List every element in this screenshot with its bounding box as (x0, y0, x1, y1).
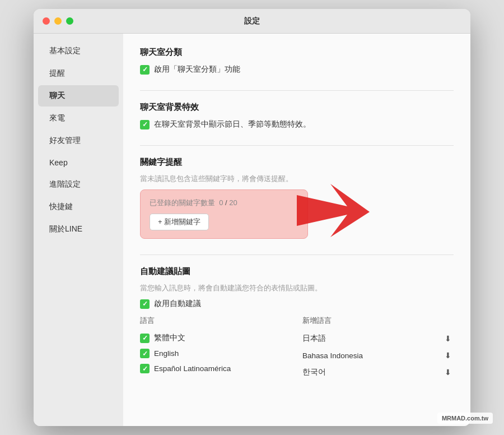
close-button[interactable] (43, 17, 50, 25)
lang-checkbox-es[interactable] (140, 364, 150, 373)
lang-label-zhTW: 繁體中文 (154, 333, 185, 343)
download-icon-ja[interactable]: ⬇ (442, 333, 454, 344)
chat-bg-checkbox[interactable] (140, 120, 150, 129)
add-lang-label-ko: 한국어 (302, 367, 326, 377)
keyword-desc: 當未讀訊息包含這些關鍵字時，將會傳送提醒。 (140, 174, 454, 184)
maximize-button[interactable] (66, 17, 73, 25)
add-languages-col: 新增語言 日本語 ⬇ Bahasa Indonesia ⬇ 한국어 ⬇ (302, 316, 454, 381)
lang-col-title: 語言 (140, 316, 291, 326)
lang-label-es: Español Latinoamérica (154, 364, 231, 373)
traffic-lights (43, 17, 73, 25)
add-lang-label-ja: 日本語 (302, 334, 326, 344)
keyword-box: 已登錄的關鍵字數量 0 / 20 + 新增關鍵字 (140, 189, 308, 239)
sidebar-item-advanced[interactable]: 進階設定 (38, 174, 119, 195)
chat-bg-section: 聊天室背景特效 在聊天室背景中顯示節日、季節等動態特效。 (140, 102, 454, 129)
lang-label-en: English (154, 349, 179, 358)
chat-bg-row[interactable]: 在聊天室背景中顯示節日、季節等動態特效。 (140, 119, 454, 129)
keyword-count-value: 0 (219, 198, 223, 207)
titlebar: 設定 (34, 9, 470, 34)
divider-2 (140, 145, 454, 146)
chat-category-checkbox[interactable] (140, 65, 150, 75)
sidebar-item-basic[interactable]: 基本設定 (38, 40, 119, 62)
sidebar-item-keep[interactable]: Keep (38, 152, 119, 173)
keyword-max: 20 (229, 198, 237, 207)
sidebar-item-shortcuts[interactable]: 快捷鍵 (38, 196, 119, 218)
sticker-enable-checkbox[interactable] (140, 299, 150, 309)
lang-item-en[interactable]: English (140, 346, 291, 361)
lang-checkbox-zhTW[interactable] (140, 334, 150, 343)
minimize-button[interactable] (54, 17, 62, 25)
enabled-languages-col: 語言 繁體中文 English Español Latinoamérica (140, 316, 291, 381)
keyword-section: 關鍵字提醒 當未讀訊息包含這些關鍵字時，將會傳送提醒。 已登錄的關鍵字數量 0 … (140, 157, 454, 239)
sidebar-item-chat[interactable]: 聊天 (38, 85, 119, 107)
keyword-title: 關鍵字提醒 (140, 157, 454, 168)
keyword-count: 已登錄的關鍵字數量 0 / 20 (150, 198, 298, 208)
lang-item-zhTW[interactable]: 繁體中文 (140, 330, 291, 346)
sidebar-item-call[interactable]: 來電 (38, 108, 119, 129)
keyword-wrapper: 已登錄的關鍵字數量 0 / 20 + 新增關鍵字 (140, 189, 308, 239)
divider-1 (140, 90, 454, 91)
chat-category-title: 聊天室分類 (140, 47, 454, 58)
chat-bg-title: 聊天室背景特效 (140, 102, 454, 113)
settings-window: 設定 基本設定 提醒 聊天 來電 好友管理 Keep 進階設定 快捷鍵 關於LI… (34, 9, 470, 426)
add-lang-ja[interactable]: 日本語 ⬇ (302, 330, 454, 347)
divider-3 (140, 254, 454, 255)
lang-item-es[interactable]: Español Latinoamérica (140, 361, 291, 376)
main-content: 聊天室分類 啟用「聊天室分類」功能 聊天室背景特效 在聊天室背景中顯示節日、季節… (123, 34, 470, 426)
sticker-enable-row[interactable]: 啟用自動建議 (140, 299, 454, 309)
add-lang-id[interactable]: Bahasa Indonesia ⬇ (302, 347, 454, 364)
add-keyword-button[interactable]: + 新增關鍵字 (150, 214, 209, 230)
lang-checkbox-en[interactable] (140, 349, 150, 358)
chat-category-label: 啟用「聊天室分類」功能 (154, 64, 240, 75)
sticker-title: 自動建議貼圖 (140, 266, 454, 277)
chat-category-section: 聊天室分類 啟用「聊天室分類」功能 (140, 47, 454, 75)
add-lang-label-id: Bahasa Indonesia (302, 351, 363, 360)
sticker-section: 自動建議貼圖 當您輸入訊息時，將會自動建議您符合的表情貼或貼圖。 啟用自動建議 … (140, 266, 454, 381)
sticker-desc: 當您輸入訊息時，將會自動建議您符合的表情貼或貼圖。 (140, 284, 454, 293)
chat-category-row[interactable]: 啟用「聊天室分類」功能 (140, 64, 454, 75)
content-area: 基本設定 提醒 聊天 來電 好友管理 Keep 進階設定 快捷鍵 關於LINE … (34, 34, 470, 426)
sticker-enable-label: 啟用自動建議 (154, 299, 201, 309)
add-lang-col-title: 新增語言 (302, 316, 454, 326)
sidebar: 基本設定 提醒 聊天 來電 好友管理 Keep 進階設定 快捷鍵 關於LINE (34, 34, 123, 426)
window-title: 設定 (244, 16, 260, 26)
red-arrow-annotation (297, 184, 381, 240)
add-lang-ko[interactable]: 한국어 ⬇ (302, 364, 454, 381)
sidebar-item-friends[interactable]: 好友管理 (38, 130, 119, 151)
sidebar-item-about[interactable]: 關於LINE (38, 219, 119, 240)
keyword-count-label: 已登錄的關鍵字數量 (150, 198, 215, 207)
download-icon-ko[interactable]: ⬇ (442, 367, 454, 378)
language-section: 語言 繁體中文 English Español Latinoamérica (140, 316, 454, 381)
sidebar-item-reminder[interactable]: 提醒 (38, 63, 119, 84)
download-icon-id[interactable]: ⬇ (442, 350, 454, 361)
watermark: MRMAD.com.tw (437, 413, 470, 424)
chat-bg-label: 在聊天室背景中顯示節日、季節等動態特效。 (154, 119, 311, 129)
